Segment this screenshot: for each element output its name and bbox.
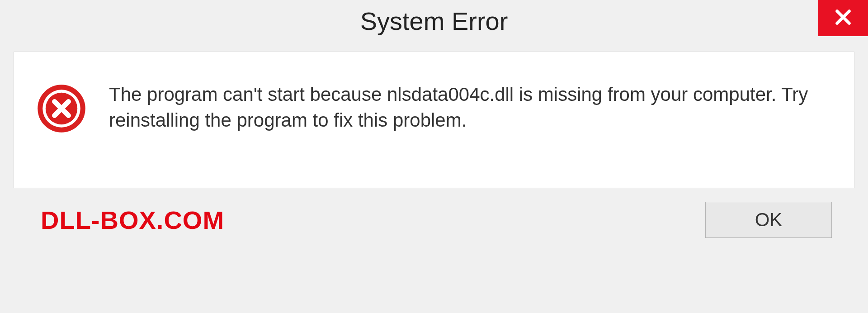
close-icon: [833, 7, 854, 29]
ok-button[interactable]: OK: [705, 202, 832, 238]
close-button[interactable]: [818, 0, 868, 36]
error-dialog: System Error The program can't start bec…: [0, 0, 868, 313]
dialog-content: The program can't start because nlsdata0…: [14, 52, 854, 188]
error-message: The program can't start because nlsdata0…: [109, 80, 831, 133]
error-icon: [37, 84, 86, 133]
dialog-footer: DLL-BOX.COM OK: [14, 188, 854, 251]
dialog-title: System Error: [360, 6, 508, 36]
titlebar: System Error: [0, 0, 868, 45]
watermark-text: DLL-BOX.COM: [41, 205, 224, 235]
